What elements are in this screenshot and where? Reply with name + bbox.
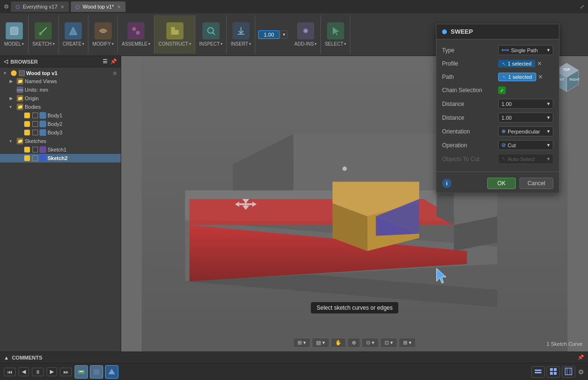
addins-label: ADD-INS▾ bbox=[294, 41, 317, 47]
tree-sketch1[interactable]: Sketch1 bbox=[0, 145, 121, 154]
tl-play-btn[interactable]: ▶ bbox=[47, 367, 57, 376]
vp-layout-btn[interactable]: ▤ ▾ bbox=[312, 338, 329, 348]
tree-root-settings[interactable]: ⚙ bbox=[113, 71, 117, 76]
comments-pin-icon[interactable]: 📌 bbox=[578, 354, 584, 361]
title-bar-expand[interactable]: ⤢ bbox=[580, 4, 584, 10]
sweep-divider bbox=[436, 171, 559, 172]
tree-root[interactable]: ▾ Wood top v1 ⚙ bbox=[0, 69, 121, 77]
tl-item-1[interactable] bbox=[75, 365, 88, 379]
addins-icon bbox=[297, 22, 314, 39]
toolbar-sketch[interactable]: SKETCH▾ bbox=[29, 15, 59, 54]
comments-collapse-icon[interactable]: ▲ bbox=[4, 355, 9, 361]
toolbar-assemble[interactable]: ASSEMBLE▾ bbox=[118, 15, 154, 54]
tree-eye-body3[interactable] bbox=[24, 130, 30, 135]
profile-badge-clear[interactable]: ✕ bbox=[537, 60, 542, 67]
tree-check-body1[interactable] bbox=[32, 113, 38, 118]
zoom-value[interactable]: 1.00 bbox=[258, 30, 280, 39]
body-icon-3 bbox=[39, 129, 46, 136]
tl-start-btn[interactable]: ⏮ bbox=[4, 368, 16, 376]
zoom-dropdown[interactable]: ▾ bbox=[280, 30, 288, 38]
tree-check-sketch1[interactable] bbox=[32, 147, 38, 152]
tree-bodies[interactable]: ▾ 📁 Bodies bbox=[0, 103, 121, 111]
vp-pan-btn[interactable]: ✋ bbox=[331, 338, 346, 348]
path-badge-clear[interactable]: ✕ bbox=[538, 74, 543, 80]
browser-menu-icon[interactable]: ☰ bbox=[103, 58, 107, 65]
sweep-orientation-select[interactable]: ⊕ Perpendicular ▾ bbox=[498, 126, 553, 136]
toolbar-create[interactable]: CREATE▾ bbox=[59, 15, 89, 54]
tree-eye-sketch2[interactable] bbox=[24, 155, 30, 161]
tl-pause-btn[interactable]: ⏸ bbox=[32, 368, 44, 376]
toolbar-model[interactable]: MODEL▾ bbox=[0, 15, 29, 54]
tree-body3[interactable]: Body3 bbox=[0, 128, 121, 137]
tab-close-woodtop[interactable]: ✕ bbox=[117, 4, 121, 10]
body-icon-1 bbox=[39, 112, 46, 119]
sweep-cancel-button[interactable]: Cancel bbox=[520, 178, 553, 189]
timeline-settings-icon[interactable]: ⚙ bbox=[578, 368, 584, 376]
sweep-chain-checkbox[interactable]: ✓ bbox=[498, 86, 506, 94]
toolbar-construct[interactable]: CONSTRUCT▾ bbox=[154, 15, 195, 54]
sweep-type-select[interactable]: ⟺ Single Path ▾ bbox=[498, 45, 553, 55]
tl-view-btn-2[interactable] bbox=[547, 366, 560, 378]
tree-check-body2[interactable] bbox=[32, 121, 38, 127]
tree-check-body3[interactable] bbox=[32, 130, 38, 135]
tree-body2[interactable]: Body2 bbox=[0, 120, 121, 128]
tree-arrow-bodies: ▾ bbox=[10, 104, 15, 109]
sweep-info-button[interactable]: i bbox=[442, 179, 452, 188]
tree-arrow-root: ▾ bbox=[4, 71, 10, 76]
tree-named-views[interactable]: ▶ 📁 Named Views bbox=[0, 77, 121, 86]
vp-zoom-btn[interactable]: ⊕ bbox=[347, 338, 360, 348]
path-cursor-icon: ↖ bbox=[502, 75, 506, 80]
tree-arrow-named-views: ▶ bbox=[10, 79, 15, 84]
toolbar-inspect[interactable]: INSPECT▾ bbox=[195, 15, 227, 54]
toolbar-select[interactable]: SELECT▾ bbox=[321, 15, 350, 54]
sweep-path-badge[interactable]: ↖ 1 selected bbox=[498, 73, 536, 81]
browser-collapse-icon[interactable]: ◁ bbox=[4, 58, 8, 65]
tab-label-2: Wood top v1* bbox=[83, 4, 114, 10]
svg-rect-45 bbox=[78, 370, 85, 374]
svg-rect-6 bbox=[171, 27, 175, 35]
tree-sketch2[interactable]: Sketch2 bbox=[0, 154, 121, 162]
sweep-distance2-input[interactable]: 1.00 ▾ bbox=[498, 113, 553, 123]
tree-check-root[interactable] bbox=[19, 70, 25, 76]
profile-badge-value: 1 selected bbox=[508, 61, 531, 66]
tl-view-btn-1[interactable] bbox=[531, 366, 545, 378]
tab-close-everything[interactable]: ✕ bbox=[60, 4, 64, 10]
tree-units[interactable]: mm Units: mm bbox=[0, 86, 121, 94]
tl-item-2[interactable] bbox=[90, 365, 103, 379]
sweep-profile-badge[interactable]: ↖ 1 selected bbox=[498, 60, 535, 67]
toolbar-insert[interactable]: INSERT▾ bbox=[227, 15, 255, 54]
tree-eye-body2[interactable] bbox=[24, 121, 30, 127]
vp-display-btn[interactable]: ⊡ ▾ bbox=[380, 338, 397, 348]
sketch-icon-1 bbox=[39, 146, 46, 153]
tree-arrow-origin: ▶ bbox=[10, 96, 15, 101]
sketch-icon-2 bbox=[39, 155, 46, 162]
vp-grid2-btn[interactable]: ⊞ ▾ bbox=[399, 338, 416, 348]
folder-icon-origin: 📁 bbox=[17, 95, 23, 102]
sweep-operation-select[interactable]: ⊘ Cut ▾ bbox=[498, 140, 553, 150]
sweep-dialog-title: SWEEP bbox=[436, 24, 559, 39]
tree-body1-label: Body1 bbox=[48, 113, 62, 118]
tree-check-sketch2[interactable] bbox=[32, 155, 38, 161]
tab-woodtop[interactable]: ⬡ Wood top v1* ✕ bbox=[71, 1, 125, 12]
tree-eye-body1[interactable] bbox=[24, 113, 30, 118]
tl-end-btn[interactable]: ⏭ bbox=[60, 368, 72, 376]
tab-everything[interactable]: ⬡ Everything v17 ✕ bbox=[11, 1, 69, 12]
tree-eye-sketch1[interactable] bbox=[24, 147, 30, 152]
vp-grid-btn[interactable]: ⊞ ▾ bbox=[293, 338, 310, 348]
tree-eye-root[interactable] bbox=[11, 70, 17, 76]
sweep-type-label: Type bbox=[442, 47, 494, 54]
svg-text:TOP: TOP bbox=[563, 68, 570, 71]
toolbar-modify[interactable]: MODIFY▾ bbox=[88, 15, 118, 54]
bottom-bar: ▲ COMMENTS 📌 ⏮ ◀ ⏸ ▶ ⏭ bbox=[0, 352, 588, 380]
sweep-ok-button[interactable]: OK bbox=[487, 178, 515, 189]
toolbar-addins[interactable]: ADD-INS▾ bbox=[290, 15, 321, 54]
browser-pin-icon[interactable]: 📌 bbox=[110, 58, 117, 65]
tl-prev-btn[interactable]: ◀ bbox=[19, 367, 29, 376]
tree-origin[interactable]: ▶ 📁 Origin bbox=[0, 94, 121, 103]
sweep-distance1-input[interactable]: 1.00 ▾ bbox=[498, 99, 553, 109]
tl-view-btn-3[interactable] bbox=[562, 366, 575, 378]
vp-camera-btn[interactable]: ⊙ ▾ bbox=[362, 338, 379, 348]
tree-body1[interactable]: Body1 bbox=[0, 111, 121, 120]
tree-sketches[interactable]: ▾ 📁 Sketches bbox=[0, 137, 121, 145]
tl-item-3[interactable] bbox=[105, 365, 118, 379]
